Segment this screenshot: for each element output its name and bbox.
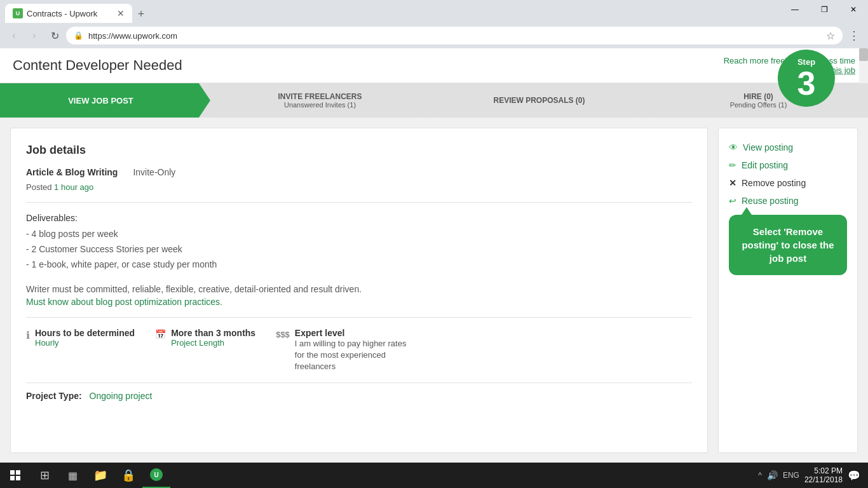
step1-label: VIEW JOB POST xyxy=(68,96,133,105)
svg-rect-1 xyxy=(16,470,20,475)
deliverable-3: - 1 e-book, white paper, or case study p… xyxy=(26,257,692,273)
browser-menu-button[interactable]: ⋮ xyxy=(845,27,863,44)
project-type: Project Type: Ongoing project xyxy=(26,391,692,401)
forward-button[interactable]: › xyxy=(25,27,43,44)
system-tray-chevron[interactable]: ^ xyxy=(758,471,762,480)
network-icon[interactable]: ENG xyxy=(783,471,799,480)
maximize-button[interactable]: ❐ xyxy=(810,0,839,19)
job-category: Article & Blog Writing xyxy=(26,167,118,177)
taskbar: ⊞ ▦ 📁 🔒 U ^ 🔊 ENG 5:02 PM 22/11 xyxy=(0,463,868,488)
taskbar-upwork-app[interactable]: U xyxy=(142,463,170,488)
back-button[interactable]: ‹ xyxy=(5,27,23,44)
level-title: Expert level xyxy=(295,328,409,338)
date-display: 22/11/2018 xyxy=(804,475,843,484)
minimize-button[interactable]: — xyxy=(780,0,810,19)
calendar-icon: 📅 xyxy=(155,329,166,339)
hours-subtitle: Hourly xyxy=(35,338,135,348)
refresh-button[interactable]: ↻ xyxy=(46,27,64,44)
progress-bar: VIEW JOB POST INVITE FREELANCERS Unanswe… xyxy=(0,83,868,118)
sidebar-panel: 👁 View posting ✏ Edit posting ✕ Remove p… xyxy=(718,128,858,453)
job-details-panel: Job details Article & Blog Writing Invit… xyxy=(10,128,708,453)
job-type: Invite-Only xyxy=(133,167,175,177)
taskbar-lock-app[interactable]: 🔒 xyxy=(114,463,142,488)
stat-hours: ℹ Hours to be determined Hourly xyxy=(26,328,135,348)
divider2 xyxy=(26,317,692,318)
taskbar-search-button[interactable]: ⊞ xyxy=(31,463,58,488)
view-posting-action[interactable]: 👁 View posting xyxy=(729,139,847,156)
view-icon: 👁 xyxy=(729,142,738,152)
reuse-icon: ↩ xyxy=(729,196,736,206)
step-view-job-post[interactable]: VIEW JOB POST xyxy=(0,83,210,118)
step2-sub-label: Unanswered Invites (1) xyxy=(284,101,356,109)
deliverable-2: - 2 Customer Success Stories per week xyxy=(26,242,692,257)
taskbar-files-app[interactable]: 📁 xyxy=(86,463,114,488)
scrollbar-thumb[interactable] xyxy=(859,48,868,61)
start-button[interactable] xyxy=(0,463,31,488)
step3-label: REVIEW PROPOSALS (0) xyxy=(493,96,585,105)
tooltip-bubble: Select 'Remove posting' to close the job… xyxy=(729,215,847,275)
tab-title: Contracts - Upwork xyxy=(27,9,97,18)
edit-icon: ✏ xyxy=(729,160,736,170)
view-posting-label: View posting xyxy=(743,142,793,152)
edit-posting-label: Edit posting xyxy=(742,160,788,170)
bookmark-icon[interactable]: ☆ xyxy=(826,30,835,42)
step-review-proposals[interactable]: REVIEW PROPOSALS (0) xyxy=(430,83,649,118)
remove-icon: ✕ xyxy=(729,178,736,188)
money-icon: $$$ xyxy=(276,330,290,339)
close-button[interactable]: ✕ xyxy=(839,0,868,19)
tab-favicon: U xyxy=(13,8,23,18)
page-title: Content Developer Needed xyxy=(13,57,182,74)
deliverable-1: - 4 blog posts per week xyxy=(26,227,692,242)
tooltip-arrow xyxy=(742,207,752,215)
edit-posting-action[interactable]: ✏ Edit posting xyxy=(729,156,847,174)
remove-posting-label: Remove posting xyxy=(742,178,806,188)
job-description-note: Must know about blog post optimization p… xyxy=(26,297,692,307)
deliverables-section: Deliverables: - 4 blog posts per week - … xyxy=(26,213,692,272)
project-type-value[interactable]: Ongoing project xyxy=(90,391,153,401)
svg-rect-3 xyxy=(16,476,20,480)
step-badge: Step 3 xyxy=(778,50,835,107)
time-display: 5:02 PM xyxy=(804,466,843,475)
job-posted: Posted 1 hour ago xyxy=(26,182,692,192)
taskbar-multitask-button[interactable]: ▦ xyxy=(58,463,86,488)
new-tab-button[interactable]: + xyxy=(132,5,150,23)
lock-icon: 🔒 xyxy=(74,31,83,40)
page-header: Content Developer Needed Reach more free… xyxy=(0,48,868,83)
step-invite-freelancers[interactable]: INVITE FREELANCERS Unanswered Invites (1… xyxy=(210,83,430,118)
job-description: Writer must be committed, reliable, flex… xyxy=(26,282,692,296)
job-details-title: Job details xyxy=(26,144,692,157)
active-tab[interactable]: U Contracts - Upwork ✕ xyxy=(5,4,132,23)
step-hire[interactable]: HIRE (0) Pending Offers (1) xyxy=(649,83,868,118)
notification-icon[interactable]: 💬 xyxy=(848,470,860,482)
divider3 xyxy=(26,383,692,383)
deliverables-title: Deliverables: xyxy=(26,213,692,223)
reuse-posting-label: Reuse posting xyxy=(742,196,799,206)
duration-title: More than 3 months xyxy=(171,328,255,338)
hours-title: Hours to be determined xyxy=(35,328,135,338)
remove-posting-action[interactable]: ✕ Remove posting xyxy=(729,174,847,192)
svg-rect-2 xyxy=(10,476,15,480)
hours-icon: ℹ xyxy=(26,329,30,341)
stat-level: $$$ Expert level I am willing to pay hig… xyxy=(276,328,409,373)
posted-time-link[interactable]: 1 hour ago xyxy=(54,182,93,192)
step-number: 3 xyxy=(797,67,816,100)
duration-subtitle: Project Length xyxy=(171,338,255,348)
volume-icon[interactable]: 🔊 xyxy=(767,470,778,480)
stat-duration: 📅 More than 3 months Project Length xyxy=(155,328,255,348)
step2-main-label: INVITE FREELANCERS xyxy=(278,92,362,101)
tab-close-icon[interactable]: ✕ xyxy=(117,8,125,18)
clock: 5:02 PM 22/11/2018 xyxy=(804,466,843,484)
step4-sub-label: Pending Offers (1) xyxy=(730,101,787,109)
divider1 xyxy=(26,202,692,203)
step4-main-label: HIRE (0) xyxy=(743,92,773,101)
address-bar[interactable]: 🔒 https://www.upwork.com ☆ xyxy=(66,27,843,44)
project-type-label: Project Type: xyxy=(26,391,82,401)
svg-rect-0 xyxy=(10,470,15,475)
url-text: https://www.upwork.com xyxy=(88,31,821,41)
level-subtitle: I am willing to pay higher rates for the… xyxy=(295,338,409,373)
